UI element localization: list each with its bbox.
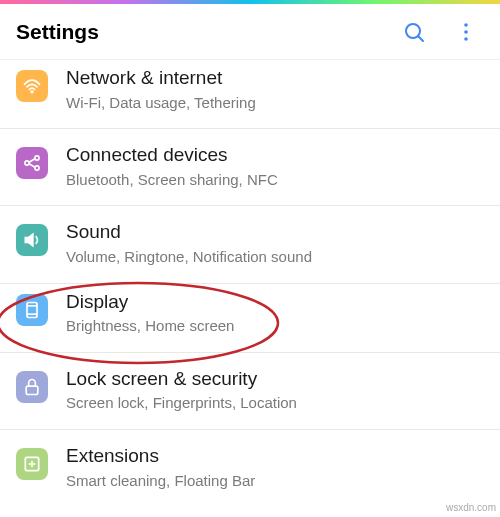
lock-icon — [16, 371, 48, 403]
item-desc: Volume, Ringtone, Notification sound — [66, 247, 484, 267]
item-desc: Smart cleaning, Floating Bar — [66, 471, 484, 491]
share-icon — [16, 147, 48, 179]
svg-point-7 — [35, 156, 39, 160]
settings-item-sound[interactable]: Sound Volume, Ringtone, Notification sou… — [0, 206, 500, 283]
svg-line-10 — [29, 164, 35, 167]
item-text: Lock screen & security Screen lock, Fing… — [66, 367, 484, 413]
item-text: Display Brightness, Home screen — [66, 290, 484, 336]
display-icon — [16, 294, 48, 326]
svg-point-5 — [31, 91, 33, 93]
wifi-icon — [16, 70, 48, 102]
item-text: Connected devices Bluetooth, Screen shar… — [66, 143, 484, 189]
search-button[interactable] — [396, 14, 432, 50]
extension-icon — [16, 448, 48, 480]
item-text: Extensions Smart cleaning, Floating Bar — [66, 444, 484, 490]
svg-line-9 — [29, 159, 35, 162]
item-desc: Brightness, Home screen — [66, 316, 484, 336]
watermark-text: wsxdn.com — [446, 502, 496, 513]
more-button[interactable] — [448, 14, 484, 50]
settings-item-display[interactable]: Display Brightness, Home screen — [0, 284, 500, 353]
item-title: Display — [66, 290, 484, 315]
settings-item-network[interactable]: Network & internet Wi-Fi, Data usage, Te… — [0, 60, 500, 129]
item-title: Lock screen & security — [66, 367, 484, 392]
settings-list: Network & internet Wi-Fi, Data usage, Te… — [0, 60, 500, 506]
item-title: Sound — [66, 220, 484, 245]
settings-item-lock-screen[interactable]: Lock screen & security Screen lock, Fing… — [0, 353, 500, 430]
settings-item-extensions[interactable]: Extensions Smart cleaning, Floating Bar — [0, 430, 500, 506]
search-icon — [402, 20, 426, 44]
settings-item-connected-devices[interactable]: Connected devices Bluetooth, Screen shar… — [0, 129, 500, 206]
item-text: Network & internet Wi-Fi, Data usage, Te… — [66, 66, 484, 112]
svg-point-8 — [35, 166, 39, 170]
item-text: Sound Volume, Ringtone, Notification sou… — [66, 220, 484, 266]
display-item-wrapper: Display Brightness, Home screen — [0, 284, 500, 353]
svg-rect-12 — [27, 302, 37, 317]
page-title: Settings — [16, 20, 396, 44]
svg-rect-16 — [26, 386, 38, 394]
item-title: Extensions — [66, 444, 484, 469]
item-desc: Wi-Fi, Data usage, Tethering — [66, 93, 484, 113]
item-desc: Bluetooth, Screen sharing, NFC — [66, 170, 484, 190]
svg-point-4 — [464, 37, 468, 41]
svg-line-1 — [419, 36, 424, 41]
app-header: Settings — [0, 4, 500, 60]
svg-point-2 — [464, 23, 468, 27]
kebab-icon — [454, 20, 478, 44]
svg-point-3 — [464, 30, 468, 34]
sound-icon — [16, 224, 48, 256]
svg-point-6 — [25, 161, 29, 165]
item-title: Network & internet — [66, 66, 484, 91]
svg-marker-11 — [25, 235, 32, 247]
item-title: Connected devices — [66, 143, 484, 168]
item-desc: Screen lock, Fingerprints, Location — [66, 393, 484, 413]
header-actions — [396, 14, 484, 50]
